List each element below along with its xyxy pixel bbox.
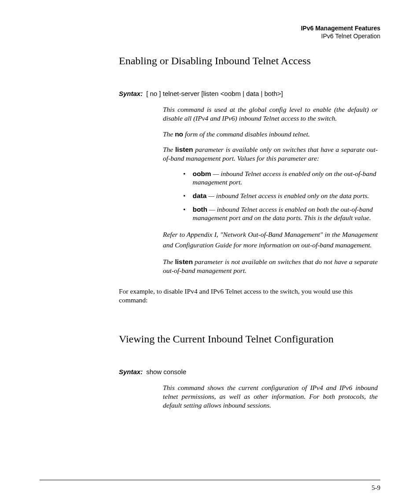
example-text: For example, to disable IPv4 and IPv6 Te…: [119, 287, 380, 304]
bullet-list: • oobm — inbound Telnet access is enable…: [183, 170, 378, 222]
header-title: IPv6 Management Features: [40, 25, 380, 33]
page-content: IPv6 Management Features IPv6 Telnet Ope…: [0, 0, 420, 410]
section2-heading: Viewing the Current Inbound Telnet Confi…: [119, 333, 380, 345]
bullet-dot-icon: •: [183, 192, 185, 200]
section1-heading: Enabling or Disabling Inbound Telnet Acc…: [119, 55, 380, 67]
running-header: IPv6 Management Features IPv6 Telnet Ope…: [40, 25, 380, 40]
para-4: Refer to Appendix I, "Network Out-of-Ban…: [163, 229, 378, 250]
bullet-item: • both — inbound Telnet access is enable…: [183, 206, 378, 222]
bullet-item: • data — inbound Telnet access is enable…: [183, 192, 378, 200]
para-s2-1: This command shows the current configura…: [163, 383, 378, 409]
para-2: The no form of the command disables inbo…: [163, 130, 378, 139]
para-5: The listen parameter is not available on…: [163, 258, 378, 275]
footer-divider: [40, 480, 380, 480]
syntax-label: Syntax:: [119, 90, 143, 97]
bullet-dot-icon: •: [183, 170, 185, 187]
page-number: 5-9: [372, 484, 380, 492]
syntax-command: [ no ] telnet-server [listen <oobm | dat…: [146, 90, 283, 97]
para-1: This command is used at the global confi…: [163, 105, 378, 123]
syntax-command: show console: [146, 368, 186, 375]
para-3: The listen parameter is available only o…: [163, 145, 378, 163]
syntax-row-1: Syntax: [ no ] telnet-server [listen <oo…: [119, 90, 380, 97]
bullet-dot-icon: •: [183, 206, 185, 222]
syntax-label: Syntax:: [119, 368, 143, 375]
syntax-row-2: Syntax: show console: [119, 368, 380, 375]
bullet-item: • oobm — inbound Telnet access is enable…: [183, 170, 378, 187]
header-subtitle: IPv6 Telnet Operation: [40, 33, 380, 40]
